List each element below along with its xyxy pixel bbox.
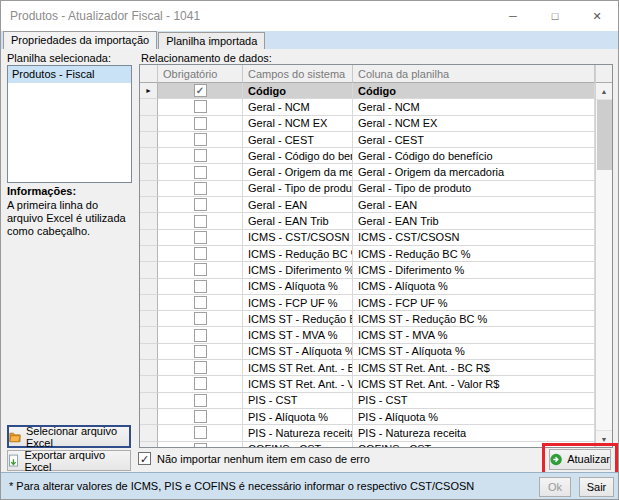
row-header[interactable] (140, 213, 158, 229)
coluna-cell[interactable]: ICMS - FCP UF % (353, 295, 595, 311)
obrigatorio-checkbox[interactable] (194, 117, 207, 130)
obrigatorio-cell[interactable] (158, 425, 243, 441)
campo-cell[interactable]: PIS - Natureza receita (243, 425, 353, 441)
table-row[interactable]: Geral - EAN TribGeral - EAN Trib (140, 213, 595, 229)
coluna-cell[interactable]: ICMS - CST/CSOSN (353, 230, 595, 246)
row-header[interactable]: ► (140, 83, 158, 99)
campo-cell[interactable]: COFINS - CST (243, 442, 353, 447)
table-row[interactable]: Geral - Origem da mercadoriaGeral - Orig… (140, 164, 595, 180)
exportar-arquivo-excel-button[interactable]: Exportar arquivo Excel (7, 450, 131, 471)
obrigatorio-checkbox[interactable] (194, 166, 207, 179)
row-header[interactable] (140, 164, 158, 180)
row-header[interactable] (140, 376, 158, 392)
scrollbar-thumb[interactable] (597, 100, 612, 170)
selecionar-arquivo-excel-button[interactable]: Selecionar arquivo Excel (7, 425, 131, 448)
table-row[interactable]: ICMS - Alíquota %ICMS - Alíquota % (140, 279, 595, 295)
obrigatorio-cell[interactable] (158, 295, 243, 311)
minimize-icon[interactable]: ─ (492, 1, 534, 31)
campo-cell[interactable]: ICMS ST Ret. Ant. - Valor R$ (243, 376, 353, 392)
table-row[interactable]: PIS - Alíquota %PIS - Alíquota % (140, 409, 595, 425)
campo-cell[interactable]: Geral - NCM EX (243, 116, 353, 132)
campo-cell[interactable]: Geral - EAN Trib (243, 213, 353, 229)
coluna-cell[interactable]: ICMS - Redução BC % (353, 246, 595, 262)
planilha-listbox[interactable]: Produtos - Fiscal (7, 65, 132, 183)
coluna-cell[interactable]: PIS - CST (353, 393, 595, 409)
atualizar-button[interactable]: Atualizar (549, 449, 611, 470)
table-row[interactable]: Geral - EANGeral - EAN (140, 197, 595, 213)
row-header[interactable] (140, 327, 158, 343)
obrigatorio-cell[interactable] (158, 376, 243, 392)
campo-cell[interactable]: ICMS - CST/CSOSN (243, 230, 353, 246)
table-row[interactable]: ICMS - CST/CSOSNICMS - CST/CSOSN (140, 230, 595, 246)
row-header[interactable] (140, 279, 158, 295)
row-header[interactable] (140, 181, 158, 197)
ok-button[interactable]: Ok (539, 477, 571, 497)
campo-cell[interactable]: ICMS - Diferimento % (243, 262, 353, 278)
obrigatorio-checkbox[interactable] (194, 426, 207, 439)
tab-propriedades-importacao[interactable]: Propriedades da importação (3, 31, 157, 49)
table-row[interactable]: Geral - NCM EXGeral - NCM EX (140, 116, 595, 132)
row-header[interactable] (140, 295, 158, 311)
obrigatorio-cell[interactable] (158, 116, 243, 132)
campo-cell[interactable]: PIS - CST (243, 393, 353, 409)
coluna-cell[interactable]: ICMS - Diferimento % (353, 262, 595, 278)
obrigatorio-cell[interactable] (158, 148, 243, 164)
row-header[interactable] (140, 344, 158, 360)
table-row[interactable]: ICMS - Diferimento %ICMS - Diferimento % (140, 262, 595, 278)
coluna-cell[interactable]: Geral - Origem da mercadoria (353, 164, 595, 180)
table-row[interactable]: ICMS ST - MVA %ICMS ST - MVA % (140, 327, 595, 343)
list-item-produtos-fiscal[interactable]: Produtos - Fiscal (8, 66, 131, 83)
scroll-up-icon[interactable]: ▲ (596, 83, 612, 100)
campo-cell[interactable]: ICMS ST Ret. Ant. - BC R$ (243, 360, 353, 376)
obrigatorio-checkbox[interactable] (194, 149, 207, 162)
obrigatorio-checkbox[interactable] (194, 394, 207, 407)
obrigatorio-checkbox[interactable] (194, 296, 207, 309)
table-row[interactable]: ►✓CódigoCódigo (140, 83, 595, 99)
obrigatorio-cell[interactable] (158, 442, 243, 447)
obrigatorio-checkbox[interactable] (194, 182, 207, 195)
campo-cell[interactable]: Geral - NCM (243, 99, 353, 115)
table-row[interactable]: ICMS ST Ret. Ant. - BC R$ICMS ST Ret. An… (140, 360, 595, 376)
row-header[interactable] (140, 132, 158, 148)
obrigatorio-cell[interactable] (158, 246, 243, 262)
obrigatorio-checkbox[interactable] (194, 133, 207, 146)
coluna-cell[interactable]: Código (353, 83, 595, 99)
nao-importar-checkbox[interactable]: ✓ (138, 452, 151, 465)
row-header[interactable] (140, 148, 158, 164)
row-header[interactable] (140, 99, 158, 115)
coluna-cell[interactable]: ICMS - Alíquota % (353, 279, 595, 295)
table-row[interactable]: ICMS ST - Redução BC %ICMS ST - Redução … (140, 311, 595, 327)
table-row[interactable]: Geral - NCMGeral - NCM (140, 99, 595, 115)
obrigatorio-cell[interactable] (158, 181, 243, 197)
row-header[interactable] (140, 230, 158, 246)
col-header-campos[interactable]: Campos do sistema (243, 65, 353, 83)
obrigatorio-cell[interactable] (158, 344, 243, 360)
row-header[interactable] (140, 262, 158, 278)
obrigatorio-checkbox[interactable] (194, 443, 207, 447)
row-header[interactable] (140, 360, 158, 376)
obrigatorio-cell[interactable] (158, 327, 243, 343)
coluna-cell[interactable]: PIS - Natureza receita (353, 425, 595, 441)
obrigatorio-cell[interactable] (158, 213, 243, 229)
obrigatorio-cell[interactable] (158, 99, 243, 115)
campo-cell[interactable]: Geral - Código do benefício (243, 148, 353, 164)
campo-cell[interactable]: Geral - Origem da mercadoria (243, 164, 353, 180)
campo-cell[interactable]: ICMS - Redução BC % (243, 246, 353, 262)
obrigatorio-cell[interactable] (158, 409, 243, 425)
vertical-scrollbar[interactable]: ▲ ▼ (595, 65, 612, 447)
row-header[interactable] (140, 246, 158, 262)
close-icon[interactable]: ✕ (576, 1, 618, 31)
table-row[interactable]: ICMS - Redução BC %ICMS - Redução BC % (140, 246, 595, 262)
obrigatorio-checkbox[interactable]: ✓ (194, 84, 207, 97)
obrigatorio-cell[interactable] (158, 164, 243, 180)
row-header[interactable] (140, 442, 158, 447)
coluna-cell[interactable]: PIS - Alíquota % (353, 409, 595, 425)
row-header[interactable] (140, 197, 158, 213)
row-header[interactable] (140, 393, 158, 409)
obrigatorio-cell[interactable] (158, 197, 243, 213)
campo-cell[interactable]: Código (243, 83, 353, 99)
obrigatorio-checkbox[interactable] (194, 329, 207, 342)
campo-cell[interactable]: ICMS ST - Redução BC % (243, 311, 353, 327)
campo-cell[interactable]: PIS - Alíquota % (243, 409, 353, 425)
row-header[interactable] (140, 425, 158, 441)
